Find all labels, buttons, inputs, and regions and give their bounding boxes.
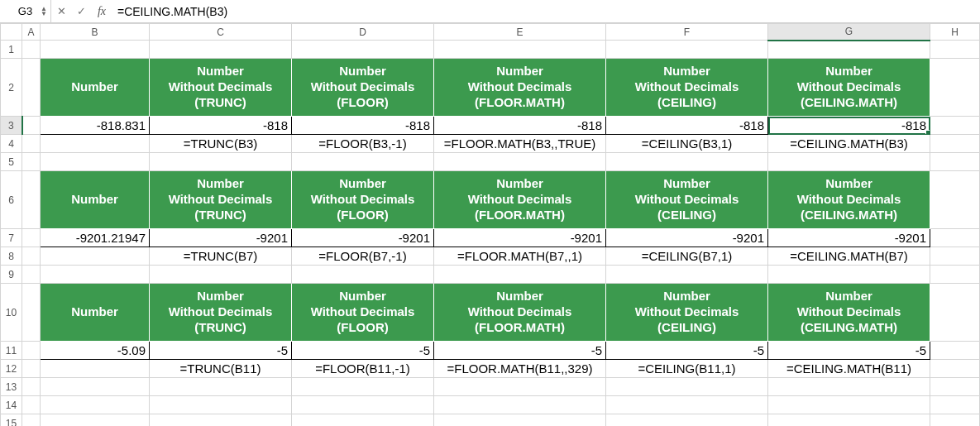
select-all-corner[interactable] — [1, 24, 22, 41]
cell-C6[interactable]: Number Without Decimals (TRUNC) — [150, 171, 292, 229]
cell-E5[interactable] — [434, 153, 606, 171]
cell-A4[interactable] — [22, 135, 41, 153]
cell-A5[interactable] — [22, 153, 41, 171]
cell-D11[interactable]: -5 — [292, 342, 434, 360]
cell-H9[interactable] — [930, 266, 980, 284]
column-header-B[interactable]: B — [41, 24, 150, 41]
cell-G5[interactable] — [768, 153, 930, 171]
cell-B15[interactable] — [41, 414, 150, 427]
cell-G11[interactable]: -5 — [768, 342, 930, 360]
cell-F4[interactable]: =CEILING(B3,1) — [606, 135, 768, 153]
cell-F15[interactable] — [606, 414, 768, 427]
column-header-E[interactable]: E — [434, 24, 606, 41]
cell-F10[interactable]: Number Without Decimals (CEILING) — [606, 284, 768, 342]
row-header-8[interactable]: 8 — [1, 247, 22, 266]
row-header-10[interactable]: 10 — [1, 284, 22, 342]
cell-F1[interactable] — [606, 41, 768, 59]
cell-D8[interactable]: =FLOOR(B7,-1) — [292, 247, 434, 266]
row-header-5[interactable]: 5 — [1, 153, 22, 171]
cell-G9[interactable] — [768, 266, 930, 284]
cell-B7[interactable]: -9201.21947 — [41, 229, 150, 247]
cell-C14[interactable] — [150, 396, 292, 414]
cell-C11[interactable]: -5 — [150, 342, 292, 360]
cell-D9[interactable] — [292, 266, 434, 284]
cell-E2[interactable]: Number Without Decimals (FLOOR.MATH) — [434, 59, 606, 117]
cell-H15[interactable] — [930, 414, 980, 427]
cell-B14[interactable] — [41, 396, 150, 414]
cell-G2[interactable]: Number Without Decimals (CEILING.MATH) — [768, 59, 930, 117]
cell-B4[interactable] — [41, 135, 150, 153]
cell-D6[interactable]: Number Without Decimals (FLOOR) — [292, 171, 434, 229]
cell-D13[interactable] — [292, 378, 434, 396]
cell-H1[interactable] — [930, 41, 980, 59]
cell-C2[interactable]: Number Without Decimals (TRUNC) — [150, 59, 292, 117]
cell-F12[interactable]: =CEILING(B11,1) — [606, 360, 768, 378]
cell-G8[interactable]: =CEILING.MATH(B7) — [768, 247, 930, 266]
row-header-2[interactable]: 2 — [1, 59, 22, 117]
cell-B13[interactable] — [41, 378, 150, 396]
cell-A15[interactable] — [22, 414, 41, 427]
row-header-1[interactable]: 1 — [1, 41, 22, 59]
cell-G4[interactable]: =CEILING.MATH(B3) — [768, 135, 930, 153]
cell-B3[interactable]: -818.831 — [41, 117, 150, 135]
cell-A2[interactable] — [22, 59, 41, 117]
cell-D2[interactable]: Number Without Decimals (FLOOR) — [292, 59, 434, 117]
cell-A7[interactable] — [22, 229, 41, 247]
cell-E13[interactable] — [434, 378, 606, 396]
cell-C12[interactable]: =TRUNC(B11) — [150, 360, 292, 378]
cell-H14[interactable] — [930, 396, 980, 414]
cell-E7[interactable]: -9201 — [434, 229, 606, 247]
cell-H13[interactable] — [930, 378, 980, 396]
cell-E8[interactable]: =FLOOR.MATH(B7,,1) — [434, 247, 606, 266]
row-header-11[interactable]: 11 — [1, 342, 22, 360]
cell-E9[interactable] — [434, 266, 606, 284]
cell-D1[interactable] — [292, 41, 434, 59]
cell-G3[interactable]: -818 — [768, 117, 930, 135]
cell-F3[interactable]: -818 — [606, 117, 768, 135]
cell-E15[interactable] — [434, 414, 606, 427]
row-header-3[interactable]: 3 — [1, 117, 22, 135]
cell-F6[interactable]: Number Without Decimals (CEILING) — [606, 171, 768, 229]
name-box[interactable]: G3 ▲ ▼ — [0, 0, 51, 22]
cell-G12[interactable]: =CEILING.MATH(B11) — [768, 360, 930, 378]
cell-B9[interactable] — [41, 266, 150, 284]
cell-H3[interactable] — [930, 117, 980, 135]
row-header-14[interactable]: 14 — [1, 396, 22, 414]
cell-C10[interactable]: Number Without Decimals (TRUNC) — [150, 284, 292, 342]
cell-E6[interactable]: Number Without Decimals (FLOOR.MATH) — [434, 171, 606, 229]
cell-F2[interactable]: Number Without Decimals (CEILING) — [606, 59, 768, 117]
cell-G1[interactable] — [768, 41, 930, 59]
cell-E4[interactable]: =FLOOR.MATH(B3,,TRUE) — [434, 135, 606, 153]
cell-G6[interactable]: Number Without Decimals (CEILING.MATH) — [768, 171, 930, 229]
cell-E12[interactable]: =FLOOR.MATH(B11,,329) — [434, 360, 606, 378]
cell-A14[interactable] — [22, 396, 41, 414]
cell-F14[interactable] — [606, 396, 768, 414]
row-header-6[interactable]: 6 — [1, 171, 22, 229]
cell-D5[interactable] — [292, 153, 434, 171]
cell-G10[interactable]: Number Without Decimals (CEILING.MATH) — [768, 284, 930, 342]
cell-H10[interactable] — [930, 284, 980, 342]
cell-A10[interactable] — [22, 284, 41, 342]
cell-F11[interactable]: -5 — [606, 342, 768, 360]
cell-A11[interactable] — [22, 342, 41, 360]
formula-input[interactable]: =CEILING.MATH(B3) — [112, 0, 980, 22]
cell-H7[interactable] — [930, 229, 980, 247]
column-header-A[interactable]: A — [22, 24, 41, 41]
cell-D4[interactable]: =FLOOR(B3,-1) — [292, 135, 434, 153]
cell-E14[interactable] — [434, 396, 606, 414]
row-header-4[interactable]: 4 — [1, 135, 22, 153]
column-header-D[interactable]: D — [292, 24, 434, 41]
name-box-stepper[interactable]: ▲ ▼ — [41, 7, 47, 17]
cell-F5[interactable] — [606, 153, 768, 171]
row-header-9[interactable]: 9 — [1, 266, 22, 284]
cell-C1[interactable] — [150, 41, 292, 59]
cell-H2[interactable] — [930, 59, 980, 117]
cell-C13[interactable] — [150, 378, 292, 396]
cell-G15[interactable] — [768, 414, 930, 427]
cell-B8[interactable] — [41, 247, 150, 266]
cell-E3[interactable]: -818 — [434, 117, 606, 135]
spreadsheet-grid[interactable]: ABCDEFGH12NumberNumber Without Decimals … — [0, 23, 980, 426]
cell-H11[interactable] — [930, 342, 980, 360]
cell-C15[interactable] — [150, 414, 292, 427]
cell-C7[interactable]: -9201 — [150, 229, 292, 247]
